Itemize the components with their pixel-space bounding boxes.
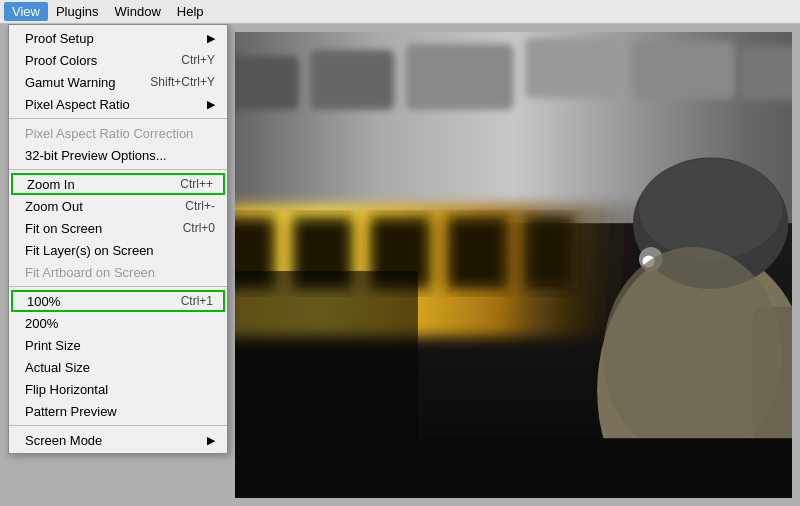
svg-rect-12 [448, 217, 508, 289]
app-frame: View Plugins Window Help Proof Setup ▶ P… [0, 0, 800, 506]
menu-bar: View Plugins Window Help [0, 0, 800, 24]
svg-rect-5 [633, 42, 735, 99]
menu-window[interactable]: Window [107, 2, 169, 21]
svg-rect-4 [525, 38, 621, 98]
menu-item-actual-size[interactable]: Actual Size [9, 356, 227, 378]
menu-item-fit-layers[interactable]: Fit Layer(s) on Screen [9, 239, 227, 261]
menu-help[interactable]: Help [169, 2, 212, 21]
arrow-icon-screen: ▶ [207, 434, 215, 447]
svg-rect-2 [310, 50, 394, 110]
svg-rect-3 [406, 44, 514, 110]
separator-3 [9, 286, 227, 287]
menu-item-print-size[interactable]: Print Size [9, 334, 227, 356]
menu-item-flip-horizontal[interactable]: Flip Horizontal [9, 378, 227, 400]
dropdown-menu: Proof Setup ▶ Proof Colors Ctrl+Y Gamut … [8, 24, 228, 454]
separator-1 [9, 118, 227, 119]
photo-image [235, 32, 792, 498]
menu-item-fit-screen[interactable]: Fit on Screen Ctrl+0 [9, 217, 227, 239]
svg-point-16 [639, 159, 782, 259]
menu-item-zoom-out[interactable]: Zoom Out Ctrl+- [9, 195, 227, 217]
menu-item-200pct[interactable]: 200% [9, 312, 227, 334]
separator-4 [9, 425, 227, 426]
menu-item-zoom-in[interactable]: Zoom In Ctrl++ [11, 173, 225, 195]
menu-item-pixel-aspect-ratio[interactable]: Pixel Aspect Ratio ▶ [9, 93, 227, 115]
menu-view[interactable]: View [4, 2, 48, 21]
arrow-icon: ▶ [207, 32, 215, 45]
svg-rect-1 [235, 56, 298, 110]
svg-rect-6 [741, 46, 792, 100]
menu-item-screen-mode[interactable]: Screen Mode ▶ [9, 429, 227, 451]
menu-plugins[interactable]: Plugins [48, 2, 107, 21]
menu-item-fit-artboard: Fit Artboard on Screen [9, 261, 227, 283]
menu-item-100pct[interactable]: 100% Ctrl+1 [11, 290, 225, 312]
menu-item-proof-colors[interactable]: Proof Colors Ctrl+Y [9, 49, 227, 71]
menu-item-32bit-preview[interactable]: 32-bit Preview Options... [9, 144, 227, 166]
menu-item-par-correction: Pixel Aspect Ratio Correction [9, 122, 227, 144]
menu-item-pattern-preview[interactable]: Pattern Preview [9, 400, 227, 422]
svg-rect-22 [235, 438, 792, 498]
separator-2 [9, 169, 227, 170]
menu-item-gamut-warning[interactable]: Gamut Warning Shift+Ctrl+Y [9, 71, 227, 93]
svg-rect-13 [525, 217, 573, 289]
arrow-icon-par: ▶ [207, 98, 215, 111]
photo-container [235, 32, 792, 498]
main-content: Proof Setup ▶ Proof Colors Ctrl+Y Gamut … [0, 24, 800, 506]
svg-point-20 [603, 247, 782, 462]
menu-item-proof-setup[interactable]: Proof Setup ▶ [9, 27, 227, 49]
